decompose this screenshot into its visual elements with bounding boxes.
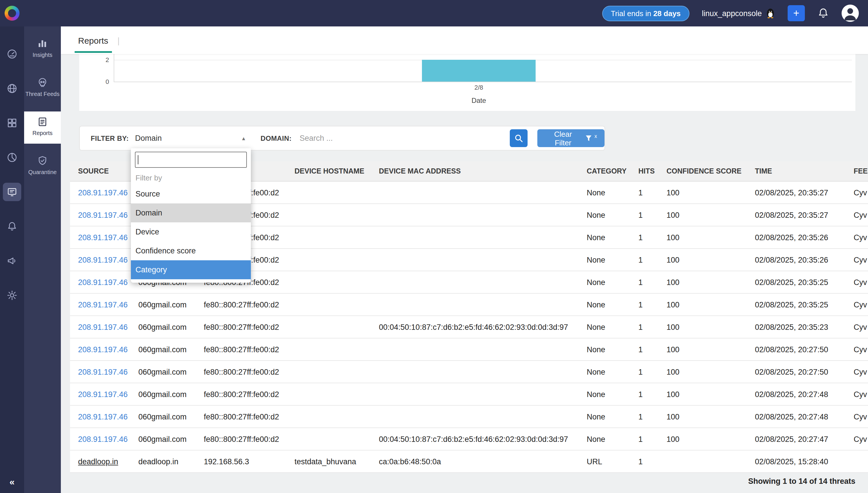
source-link[interactable]: 208.91.197.46 [70,412,130,421]
account-name: linux_appconsole [702,9,762,18]
table-cell: 02/08/2025, 20:35:23 [747,323,846,331]
table-row: 208.91.197.46060gmail.comfe80::800:27ff:… [70,406,868,428]
table-cell: 00:04:50:10:87:c7:d6:b2:e5:fd:46:62:02:9… [371,435,579,443]
table-cell: fe80::800:27ff:fe00:d2 [196,412,287,421]
table-cell: 100 [659,435,747,443]
source-link[interactable]: 208.91.197.46 [70,345,130,353]
column-header-category[interactable]: CATEGORY [579,167,630,175]
table-cell: 060gmail.com [130,390,196,399]
dropdown-option-domain[interactable]: Domain [131,203,251,222]
tab-reports[interactable]: Reports [75,28,112,52]
pie-icon [3,148,21,167]
app-logo[interactable] [5,6,20,21]
rail-item-settings[interactable] [0,286,24,321]
results-summary: Showing 1 to 14 of 14 threats [70,477,855,486]
source-link[interactable]: 208.91.197.46 [70,323,130,331]
source-link[interactable]: deadloop.in [70,457,130,466]
source-link[interactable]: 208.91.197.46 [70,188,130,197]
dropdown-option-confidence-score[interactable]: Confidence score [131,241,251,260]
table-cell: 1 [630,233,659,242]
domain-search-input[interactable] [300,134,503,143]
column-header-feed[interactable]: FEED [846,167,868,175]
source-link[interactable]: 208.91.197.46 [70,278,130,286]
collapse-sidebar-button[interactable]: « [0,477,24,487]
column-header-device-mac-address[interactable]: DEVICE MAC ADDRESS [371,167,579,175]
x-axis-label: Date [422,97,535,105]
dropdown-option-category[interactable]: Category [131,260,251,279]
table-cell: 100 [659,233,747,242]
table-cell: 100 [659,390,747,399]
rail-item-dashboard[interactable] [0,45,24,79]
source-link[interactable]: 208.91.197.46 [70,390,130,399]
table-cell: Cyv [846,345,868,353]
rail-item-announcements[interactable] [0,252,24,286]
table-cell: Cyv [846,412,868,421]
table-cell: 02/08/2025, 20:27:48 [747,390,846,399]
chart-bar[interactable] [422,60,535,82]
dropdown-option-device[interactable]: Device [131,222,251,241]
table-cell: 02/08/2025, 15:28:40 [747,457,846,466]
source-link[interactable]: 208.91.197.46 [70,435,130,443]
icon-rail: « [0,26,24,493]
table-cell: 100 [659,367,747,376]
sidebar-item-quarantine[interactable]: Quarantine [24,151,61,183]
table-cell: 02/08/2025, 20:35:27 [747,188,846,197]
sidebar-item-label: Insights [33,52,52,59]
rail-item-alerts[interactable] [0,217,24,252]
sidebar-item-threat-feeds[interactable]: Threat Feeds [24,72,61,105]
rail-item-reports-section[interactable] [0,183,24,217]
report-icon [37,116,48,128]
table-cell: URL [579,457,630,466]
filter-bar: FILTER BY: Domain ▲ DOMAIN: Clear Filter… [79,126,605,151]
dropdown-filter-input[interactable] [135,152,247,168]
column-header-hits[interactable]: HITS [630,167,659,175]
column-header-time[interactable]: TIME [747,167,846,175]
penguin-icon [766,8,775,18]
tab-strip: Reports | [61,26,868,54]
source-link[interactable]: 208.91.197.46 [70,211,130,219]
source-link[interactable]: 208.91.197.46 [70,255,130,264]
search-button[interactable] [510,129,528,147]
filter-by-select[interactable]: Domain ▲ [135,134,249,143]
clear-filter-label: Clear Filter [545,130,581,147]
filter-by-value: Domain [135,134,162,143]
rail-item-dns[interactable] [0,79,24,114]
table-cell: Cyv [846,211,868,219]
column-header-confidence-score[interactable]: CONFIDENCE SCORE [659,167,747,175]
filter-by-dropdown: Filter by SourceDomainDeviceConfidence s… [131,148,251,283]
add-button[interactable]: + [787,5,805,21]
table-cell: fe80::800:27ff:fe00:d2 [196,345,287,353]
avatar[interactable] [842,5,859,22]
bell-icon[interactable] [818,7,829,19]
table-cell: 02/08/2025, 20:27:50 [747,345,846,353]
sidebar-item-reports[interactable]: Reports [24,111,61,144]
trial-badge[interactable]: Trial ends in 28 days [602,5,689,21]
trial-days: 28 days [653,9,681,18]
text-cursor [138,155,138,164]
table-cell: 192.168.56.3 [196,457,287,466]
table-cell: None [579,345,630,353]
account-menu[interactable]: linux_appconsole [702,8,775,18]
table-cell: 100 [659,278,747,286]
column-header-device-hostname[interactable]: DEVICE HOSTNAME [287,167,371,175]
table-cell: fe80::800:27ff:fe00:d2 [196,390,287,399]
table-cell: 060gmail.com [130,435,196,443]
table-cell: fe80::800:27ff:fe00:d2 [196,435,287,443]
table-cell: Cyv [846,367,868,376]
sidebar-item-insights[interactable]: Insights [24,33,61,65]
table-cell: None [579,412,630,421]
source-link[interactable]: 208.91.197.46 [70,233,130,242]
sidebar-item-label: Quarantine [28,169,57,176]
table-cell: Cyv [846,188,868,197]
source-link[interactable]: 208.91.197.46 [70,367,130,376]
dropdown-option-source[interactable]: Source [131,185,251,203]
source-link[interactable]: 208.91.197.46 [70,300,130,309]
rail-item-analytics[interactable] [0,148,24,183]
table-cell: 00:04:50:10:87:c7:d6:b2:e5:fd:46:62:02:9… [371,323,579,331]
search-icon [514,133,524,143]
rail-item-apps[interactable] [0,114,24,148]
clear-filter-button[interactable]: Clear Filter x [537,129,604,147]
column-header-source[interactable]: SOURCE [70,167,130,175]
table-cell: 02/08/2025, 20:35:25 [747,278,846,286]
table-cell: 100 [659,188,747,197]
